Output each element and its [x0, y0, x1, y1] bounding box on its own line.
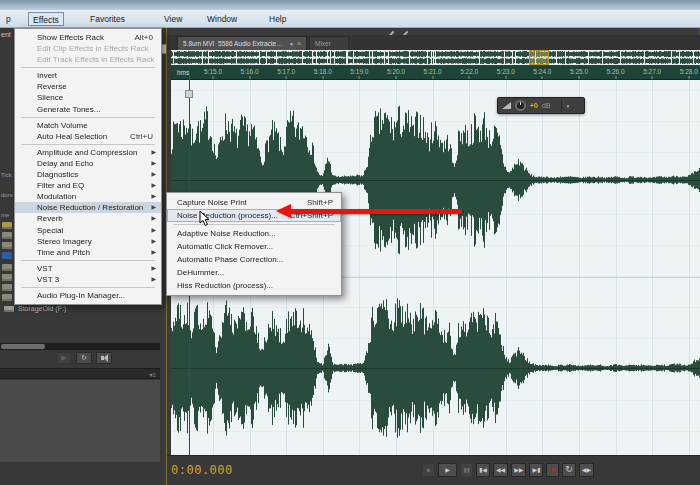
timeline-tick-mark	[505, 76, 506, 79]
timeline-ruler[interactable]: hms 5:15.05:16.05:17.05:18.05:19.05:20.0…	[171, 66, 700, 80]
close-icon[interactable]: ×	[297, 40, 301, 47]
loop-playback-button[interactable]: ↻	[562, 463, 576, 477]
menu-item-generate-tones[interactable]: Generate Tones...	[15, 104, 161, 115]
menu-item-vst[interactable]: VST▶	[15, 263, 161, 274]
menu-item-reverb[interactable]: Reverb▶	[15, 213, 161, 224]
menu-item-label: Adaptive Noise Reduction...	[177, 229, 276, 238]
drive-icon[interactable]	[2, 294, 12, 301]
menu-item-time-and-pitch[interactable]: Time and Pitch▶	[15, 247, 161, 258]
preview-play-button[interactable]: ▶	[56, 352, 72, 364]
menu-item-view[interactable]: View	[160, 12, 186, 26]
fast-forward-button[interactable]: ▶▶	[511, 463, 526, 477]
menu-item-label: Noise Reduction (process)...	[177, 211, 278, 220]
submenu-arrow-icon: ▶	[151, 263, 156, 274]
menu-item-match-volume[interactable]: Match Volume	[15, 120, 161, 131]
hud-db-value: +0	[530, 102, 538, 109]
menu-item-label: DeHummer...	[177, 268, 224, 277]
timeline-tick-label: 5:16.0	[241, 68, 259, 75]
timeline-tick-mark	[615, 76, 616, 79]
menu-item-label: Match Volume	[37, 121, 88, 130]
tab-mixer[interactable]: Mixer	[309, 36, 349, 50]
menu-separator	[21, 287, 155, 288]
playhead-handle[interactable]	[185, 90, 193, 98]
menu-item-label: Delay and Echo	[37, 159, 93, 168]
device-icon[interactable]	[2, 242, 12, 249]
menu-item-silence[interactable]: Silence	[15, 92, 161, 103]
menu-item-audio-plug-in-manager[interactable]: Audio Plug-In Manager...	[15, 290, 161, 301]
menu-item-auto-heal-selection[interactable]: Auto Heal SelectionCtrl+U	[15, 131, 161, 142]
menu-item-stereo-imagery[interactable]: Stereo Imagery▶	[15, 236, 161, 247]
menu-item-hiss-reduction-process[interactable]: Hiss Reduction (process)...	[167, 279, 341, 292]
drive-icon[interactable]	[2, 284, 12, 291]
menu-item-filter-and-eq[interactable]: Filter and EQ▶	[15, 180, 161, 191]
menu-item-label: Show Effects Rack	[37, 33, 104, 42]
timeline-tick-mark	[213, 76, 214, 79]
menu-item-diagnostics[interactable]: Diagnostics▶	[15, 169, 161, 180]
menu-separator	[173, 224, 335, 225]
menu-item-reverse[interactable]: Reverse	[15, 81, 161, 92]
chevron-down-icon[interactable]: ▼	[566, 103, 571, 109]
folder-icon[interactable]	[2, 222, 12, 229]
chevron-down-icon[interactable]: ▼	[289, 41, 294, 47]
menu-item-automatic-click-remover[interactable]: Automatic Click Remover...	[167, 240, 341, 253]
tab-audio-file[interactable]: 5.8um MVI_5586 Audio Extracted_4.wav ▼ ×	[177, 36, 307, 50]
drive-item-storageold[interactable]: StorageOld (F:)	[4, 305, 66, 312]
timeline-tick-label: 5:19.0	[350, 68, 368, 75]
menu-item-help[interactable]: Help	[265, 12, 290, 26]
menu-item-label: Silence	[37, 93, 63, 102]
timeline-tick-mark	[359, 76, 360, 79]
menu-item-label: Automatic Click Remover...	[177, 242, 273, 251]
menu-item-favorites[interactable]: Favorites	[86, 12, 129, 26]
volume-knob[interactable]	[515, 100, 526, 111]
menu-separator	[21, 144, 155, 145]
transport-buttons: ■▶▮▮▮◀◀◀▶▶▶▮●↻◀▶	[422, 463, 594, 477]
timeline-tick-label: 5:15.0	[204, 68, 222, 75]
timeline-tick-mark	[652, 76, 653, 79]
fade-icon[interactable]	[502, 102, 511, 109]
drive-label: StorageOld (F:)	[18, 305, 66, 312]
menu-item-adaptive-noise-reduction[interactable]: Adaptive Noise Reduction...	[167, 227, 341, 240]
selected-icon[interactable]	[2, 252, 12, 259]
hud-db-unit: dB	[542, 102, 551, 109]
drive-icon[interactable]	[2, 264, 12, 271]
waveform-overview-navigator[interactable]	[171, 50, 700, 65]
menu-item-special[interactable]: Special▶	[15, 225, 161, 236]
effects-menu: Show Effects RackAlt+0Edit Clip Effects …	[14, 28, 162, 305]
toolbar-text-fragment: ent	[1, 31, 11, 38]
loop-preview-button[interactable]: ↻	[76, 352, 92, 364]
skip-next-button[interactable]: ▶▮	[529, 463, 543, 477]
pause-button[interactable]: ▮▮	[460, 463, 473, 477]
rewind-button[interactable]: ◀◀	[493, 463, 508, 477]
menu-item-effects[interactable]: Effects	[28, 12, 64, 26]
play-button[interactable]: ▶	[438, 463, 457, 477]
stop-button[interactable]: ■	[422, 463, 435, 477]
menu-item-amplitude-and-compression[interactable]: Amplitude and Compression▶	[15, 147, 161, 158]
drive-icon[interactable]	[2, 274, 12, 281]
device-icon[interactable]	[2, 232, 12, 239]
menu-bar: p EffectsFavoritesViewWindowHelp	[0, 10, 700, 28]
skip-previous-button[interactable]: ▮◀	[476, 463, 490, 477]
menu-item-show-effects-rack[interactable]: Show Effects RackAlt+0	[15, 32, 161, 43]
menu-item-label: Hiss Reduction (process)...	[177, 281, 273, 290]
mouse-cursor	[199, 211, 211, 228]
auto-play-speaker-button[interactable]	[96, 352, 112, 364]
menu-item-invert[interactable]: Invert	[15, 70, 161, 81]
panel-menu-icon[interactable]: ▾≡	[149, 371, 156, 378]
menu-item-automatic-phase-correction[interactable]: Automatic Phase Correction...	[167, 253, 341, 266]
timeline-tick-mark	[469, 76, 470, 79]
record-button[interactable]: ●	[546, 463, 559, 477]
scrollbar-thumb[interactable]	[1, 344, 45, 349]
menu-item-delay-and-echo[interactable]: Delay and Echo▶	[15, 158, 161, 169]
timeline-tick-mark	[322, 76, 323, 79]
menu-item-window[interactable]: Window	[203, 12, 241, 26]
menu-item-fragment[interactable]: p	[2, 12, 15, 26]
menu-item-noise-reduction-restoration[interactable]: Noise Reduction / Restoration▶	[15, 202, 161, 213]
menu-item-vst-3[interactable]: VST 3▶	[15, 274, 161, 285]
menu-item-dehummer[interactable]: DeHummer...	[167, 266, 341, 279]
menu-item-modulation[interactable]: Modulation▶	[15, 191, 161, 202]
transport-bar: 0:00.000 ■▶▮▮▮◀◀◀▶▶▶▮●↻◀▶	[167, 455, 700, 485]
red-annotation-arrow	[276, 204, 463, 219]
submenu-arrow-icon: ▶	[151, 191, 156, 202]
skip-selection-button[interactable]: ◀▶	[579, 463, 594, 477]
horizontal-scrollbar[interactable]	[0, 343, 160, 350]
